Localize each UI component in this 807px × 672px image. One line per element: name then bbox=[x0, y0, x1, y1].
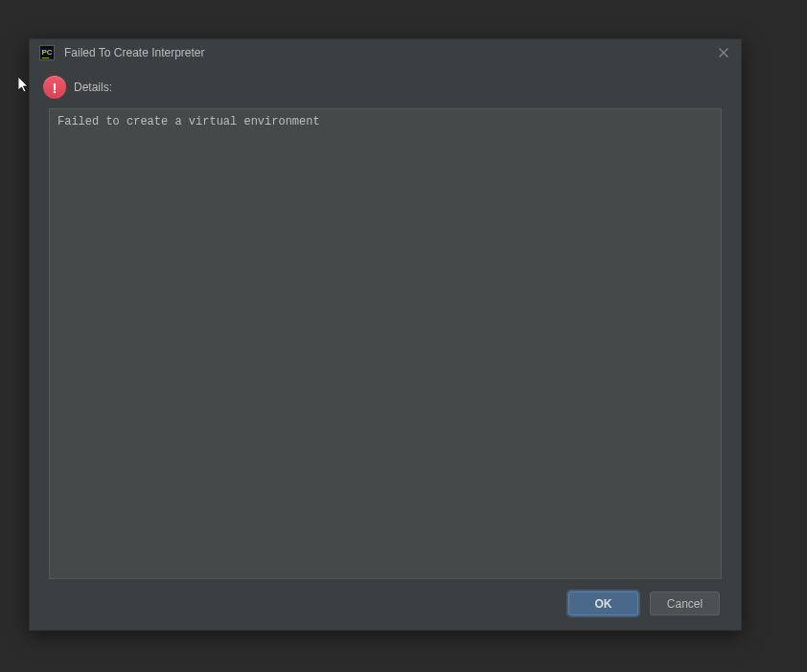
dialog-title: Failed To Create Interpreter bbox=[64, 46, 714, 59]
error-icon: ! bbox=[43, 76, 66, 99]
details-header: ! Details: bbox=[43, 76, 722, 99]
dialog-button-row: OK Cancel bbox=[43, 591, 722, 615]
error-message-textarea[interactable]: Failed to create a virtual environment bbox=[49, 108, 722, 579]
details-label: Details: bbox=[74, 81, 112, 94]
error-dialog: PC Failed To Create Interpreter ! Detail… bbox=[29, 38, 742, 631]
pycharm-app-icon: PC bbox=[39, 45, 55, 60]
close-button[interactable] bbox=[714, 43, 733, 62]
ok-button[interactable]: OK bbox=[568, 591, 638, 615]
dialog-titlebar: PC Failed To Create Interpreter bbox=[30, 39, 741, 66]
dialog-body: ! Details: Failed to create a virtual en… bbox=[30, 66, 741, 630]
cancel-button[interactable]: Cancel bbox=[650, 591, 720, 615]
close-icon bbox=[719, 48, 728, 58]
